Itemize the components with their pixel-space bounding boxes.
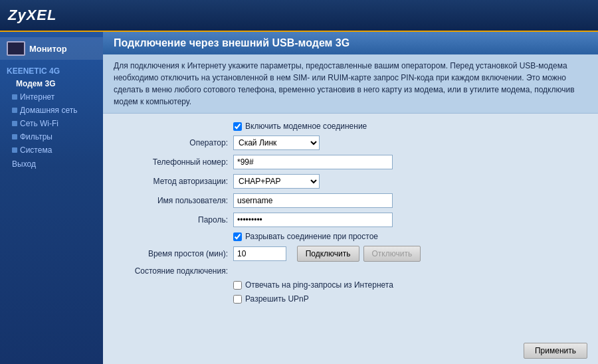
sidebar: Монитор KEENETIC 4G Модем 3G Интернет До… — [0, 32, 103, 364]
enable-row: Включить модемное соединение — [114, 122, 587, 131]
sidebar-section: KEENETIC 4G — [0, 64, 103, 77]
disconnect-label[interactable]: Разрывать соединение при простое — [233, 232, 378, 241]
username-label: Имя пользователя: — [114, 196, 233, 205]
enable-checkbox[interactable] — [233, 122, 242, 131]
sidebar-item-home-network[interactable]: Домашняя сеть — [0, 104, 103, 117]
sidebar-system-label: Система — [20, 145, 52, 155]
ping-text: Отвечать на ping-запросы из Интернета — [245, 280, 393, 290]
username-control — [233, 193, 393, 208]
auth-row: Метод авторизации: CHAP+PAP — [114, 174, 587, 189]
apply-row: Применить — [103, 337, 598, 364]
password-input[interactable] — [233, 213, 393, 227]
upnp-row: Разрешить UPnP — [114, 294, 587, 304]
idle-control: Подключить Отключить — [233, 246, 421, 262]
status-label: Состояние подключения: — [114, 266, 233, 276]
upnp-label[interactable]: Разрешить UPnP — [233, 294, 309, 304]
enable-label[interactable]: Включить модемное соединение — [233, 122, 367, 131]
logo: ZyXEL — [8, 7, 56, 24]
auth-label: Метод авторизации: — [114, 177, 233, 186]
sidebar-monitor-label: Монитор — [29, 44, 67, 54]
upnp-checkbox[interactable] — [233, 295, 242, 304]
password-control — [233, 213, 393, 227]
sidebar-exit[interactable]: Выход — [0, 157, 103, 171]
phone-label: Телефонный номер: — [114, 157, 233, 167]
username-row: Имя пользователя: — [114, 193, 587, 208]
disconnect-text: Разрывать соединение при простое — [245, 232, 378, 241]
apply-button[interactable]: Применить — [524, 343, 587, 359]
operator-row: Оператор: Скай Линк — [114, 136, 587, 150]
sidebar-modem-3g-label: Модем 3G — [16, 79, 56, 88]
phone-row: Телефонный номер: — [114, 155, 587, 169]
disconnect-button[interactable]: Отключить — [363, 246, 421, 262]
operator-label: Оператор: — [114, 138, 233, 147]
enable-text: Включить модемное соединение — [245, 122, 367, 131]
ping-checkbox[interactable] — [233, 281, 242, 290]
operator-control: Скай Линк — [233, 136, 320, 150]
sidebar-item-wifi[interactable]: Сеть Wi-Fi — [0, 117, 103, 130]
username-input[interactable] — [233, 193, 393, 208]
sidebar-home-network-label: Домашняя сеть — [20, 106, 77, 115]
form-area: Включить модемное соединение Оператор: С… — [103, 114, 598, 337]
idle-label: Время простоя (мин): — [114, 249, 233, 258]
sidebar-wifi-label: Сеть Wi-Fi — [20, 119, 58, 128]
main-content: Подключение через внешний USB-модем 3G Д… — [103, 32, 598, 364]
auth-control: CHAP+PAP — [233, 174, 320, 189]
sidebar-item-system[interactable]: Система — [0, 143, 103, 157]
auth-select[interactable]: CHAP+PAP — [233, 174, 320, 189]
password-label: Пароль: — [114, 215, 233, 225]
disconnect-checkbox[interactable] — [233, 232, 242, 241]
upnp-text: Разрешить UPnP — [245, 294, 309, 304]
idle-input[interactable] — [233, 246, 286, 261]
home-network-bullet — [12, 108, 17, 113]
password-row: Пароль: — [114, 213, 587, 227]
phone-control — [233, 155, 393, 169]
info-box: Для подключения к Интернету укажите пара… — [103, 54, 598, 114]
sidebar-internet-label: Интернет — [20, 92, 54, 102]
ping-label[interactable]: Отвечать на ping-запросы из Интернета — [233, 280, 393, 290]
disconnect-row: Разрывать соединение при простое — [114, 232, 587, 241]
sidebar-item-filters[interactable]: Фильтры — [0, 130, 103, 143]
phone-input[interactable] — [233, 155, 393, 169]
monitor-icon — [7, 41, 25, 56]
page-title: Подключение через внешний USB-модем 3G — [103, 32, 598, 54]
exit-label: Выход — [12, 159, 36, 169]
sidebar-item-modem-3g[interactable]: Модем 3G — [0, 77, 103, 90]
internet-bullet — [12, 94, 17, 100]
ping-row: Отвечать на ping-запросы из Интернета — [114, 280, 587, 290]
sidebar-item-internet[interactable]: Интернет — [0, 90, 103, 104]
filters-bullet — [12, 134, 17, 139]
operator-select[interactable]: Скай Линк — [233, 136, 320, 150]
header: ZyXEL — [0, 0, 598, 32]
wifi-bullet — [12, 121, 17, 126]
status-row: Состояние подключения: — [114, 266, 587, 276]
layout: Монитор KEENETIC 4G Модем 3G Интернет До… — [0, 32, 598, 364]
sidebar-monitor[interactable]: Монитор — [0, 37, 103, 60]
system-bullet — [12, 147, 17, 153]
sidebar-filters-label: Фильтры — [20, 132, 52, 141]
connect-button[interactable]: Подключить — [297, 246, 359, 262]
idle-row: Время простоя (мин): Подключить Отключит… — [114, 246, 587, 262]
